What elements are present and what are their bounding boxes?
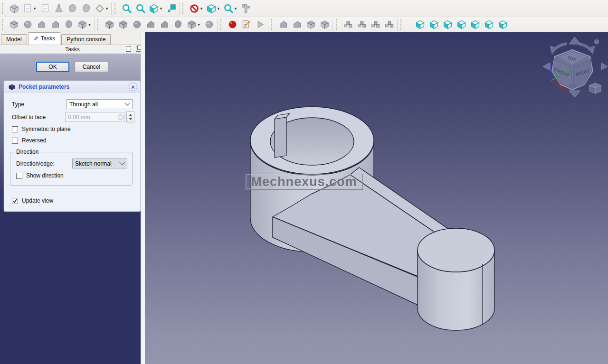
view-axonometric-button[interactable]: ▾ <box>148 2 164 15</box>
type-combobox[interactable]: Through all <box>66 99 133 109</box>
fillet-button[interactable] <box>277 18 290 31</box>
subtractive-primitive-dropdown-arrow[interactable]: ▾ <box>197 22 201 27</box>
zoom-fit-all-button[interactable] <box>120 2 133 15</box>
pad-button[interactable] <box>8 18 20 31</box>
nav-arrow-up[interactable] <box>569 37 580 44</box>
3d-viewport[interactable]: TOP FRONT RIGHT Mechnexus.com <box>145 32 608 364</box>
toolbar-group <box>341 18 396 31</box>
toolbar-drag-handle[interactable] <box>2 3 5 14</box>
macro-execute-button[interactable] <box>254 18 266 31</box>
thickness-button[interactable] <box>318 18 331 31</box>
view-left-button[interactable] <box>496 18 509 31</box>
show-direction-checkbox[interactable] <box>16 173 22 179</box>
view-bottom-icon <box>484 19 494 29</box>
linear-pattern-button[interactable] <box>355 18 368 31</box>
box-element-selection-dropdown-arrow[interactable]: ▾ <box>217 6 221 11</box>
nav-orbit-dot[interactable] <box>594 39 599 45</box>
show-direction-label: Show direction <box>26 172 64 179</box>
chamfer-button[interactable] <box>291 18 304 31</box>
offset-spinbox <box>65 112 134 122</box>
update-view-checkbox[interactable] <box>12 198 18 204</box>
toolbar-drag-handle[interactable] <box>114 3 118 14</box>
box-element-selection-button[interactable]: ▾ <box>205 2 221 15</box>
macro-edit-button[interactable] <box>240 18 253 31</box>
toolbar-drag-handle[interactable] <box>2 19 5 30</box>
task-panel-scrollbar[interactable] <box>141 32 145 364</box>
toolbar-drag-handle[interactable] <box>336 19 339 30</box>
subtractive-primitive-button[interactable]: ▾ <box>186 18 202 31</box>
spin-down-icon[interactable] <box>129 118 133 120</box>
subtractive-sweep-button[interactable] <box>158 18 171 31</box>
hole-button[interactable] <box>117 18 130 31</box>
collapse-section-button[interactable] <box>129 83 137 91</box>
view-bottom-button[interactable] <box>483 18 495 31</box>
additive-loft-button[interactable] <box>35 18 48 31</box>
toolbar-separator <box>111 2 112 15</box>
create-datum-dropdown-arrow[interactable]: ▾ <box>105 6 109 11</box>
separator <box>10 192 133 192</box>
view-right-button[interactable] <box>455 18 468 31</box>
toolbar-drag-handle[interactable] <box>182 3 186 14</box>
stop-operation-button[interactable]: ▾ <box>188 2 204 15</box>
view-isometric-button[interactable] <box>414 18 427 31</box>
create-multitransform-button[interactable] <box>383 18 396 31</box>
direction-edge-combobox[interactable]: Sketch normal <box>72 159 127 168</box>
additive-helix-button[interactable] <box>63 18 76 31</box>
view-left-icon <box>498 19 508 29</box>
navigation-cluster[interactable]: TOP FRONT RIGHT <box>543 37 608 97</box>
view-front-button[interactable] <box>428 18 440 31</box>
additive-primitive-button[interactable]: ▾ <box>76 18 93 31</box>
mirrored-button[interactable] <box>342 18 354 31</box>
draft-button[interactable] <box>304 18 317 31</box>
tab-model[interactable]: Model <box>1 34 27 45</box>
nav-arrow-left[interactable] <box>543 63 550 70</box>
cancel-button[interactable]: Cancel <box>75 62 108 72</box>
fit-selection-button[interactable] <box>165 2 178 15</box>
polar-pattern-button[interactable] <box>369 18 382 31</box>
view-top-button[interactable] <box>441 18 454 31</box>
additive-primitive-dropdown-arrow[interactable]: ▾ <box>87 22 92 27</box>
create-sketch-dropdown-arrow[interactable]: ▾ <box>33 6 37 11</box>
nav-arrow-down[interactable] <box>569 91 580 97</box>
toolbar-group: ▾▾ <box>7 2 110 15</box>
revolution-button[interactable] <box>21 18 34 31</box>
zoom-selection-button[interactable] <box>134 2 147 15</box>
offset-input[interactable] <box>65 112 124 122</box>
toolbar-drag-handle[interactable] <box>97 19 101 30</box>
tab-tasks[interactable]: ✎ Tasks <box>28 32 61 45</box>
toolbar-drag-handle[interactable] <box>400 19 404 30</box>
boolean-operation-button[interactable] <box>203 18 216 31</box>
refresh-view-dropdown-arrow[interactable]: ▾ <box>234 6 238 11</box>
symmetric-to-plane-checkbox[interactable] <box>12 126 18 132</box>
dock-icon[interactable] <box>126 47 131 52</box>
macro-record-button[interactable] <box>226 18 239 31</box>
reversed-checkbox[interactable] <box>12 138 18 144</box>
stop-operation-dropdown-arrow[interactable]: ▾ <box>200 6 204 11</box>
nav-cube[interactable]: TOP FRONT RIGHT <box>552 50 593 90</box>
toolbar-standard-views: ▾▾▾▾▾▾ <box>0 0 608 17</box>
3d-scene[interactable]: TOP FRONT RIGHT <box>145 32 608 364</box>
keyway-side-face[interactable] <box>275 117 286 158</box>
create-body-button <box>8 2 20 15</box>
nav-mini-cube[interactable] <box>589 83 601 93</box>
toolbar-drag-handle[interactable] <box>271 19 275 30</box>
toolbar-drag-handle[interactable] <box>220 19 224 30</box>
spin-up-icon[interactable] <box>129 114 133 116</box>
refresh-view-button[interactable]: ▾ <box>222 2 238 15</box>
additive-sweep-button[interactable] <box>49 18 62 31</box>
ok-button[interactable]: OK <box>36 62 69 72</box>
subtractive-loft-button[interactable] <box>144 18 157 31</box>
view-axonometric-dropdown-arrow[interactable]: ▾ <box>159 6 163 11</box>
tab-python-console[interactable]: Python console <box>61 34 111 45</box>
groove-button[interactable] <box>131 18 143 31</box>
cylinder-top-face[interactable] <box>418 228 494 272</box>
pocket-button[interactable] <box>103 18 116 31</box>
view-rear-button[interactable] <box>469 18 482 31</box>
additive-primitive-icon <box>77 19 87 29</box>
subtractive-helix-button[interactable] <box>172 18 185 31</box>
model-part[interactable] <box>250 107 494 330</box>
expression-icon[interactable] <box>118 114 124 120</box>
dock-tabbar: Model ✎ Tasks Python console <box>0 32 145 45</box>
nav-arrow-right[interactable] <box>601 63 608 70</box>
left-dock-panel: Model ✎ Tasks Python console Tasks OK Ca… <box>0 32 145 364</box>
